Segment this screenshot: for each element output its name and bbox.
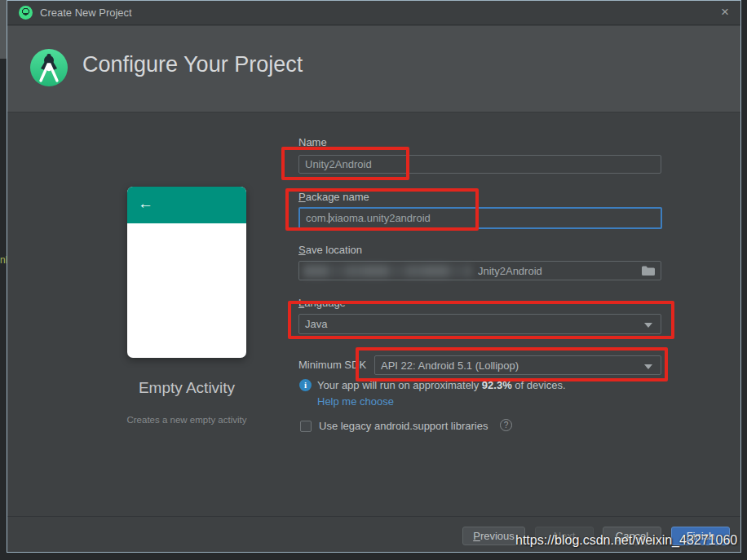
- dialog-title: Create New Project: [40, 7, 132, 19]
- dialog-titlebar: Create New Project ×: [7, 1, 740, 25]
- help-question-icon[interactable]: ?: [500, 419, 512, 431]
- background-code-fragment: nl: [0, 254, 7, 266]
- annotation-box-package: [285, 188, 479, 231]
- legacy-support-label: Use legacy android.support libraries: [319, 420, 488, 432]
- android-studio-logo-icon: [28, 46, 70, 89]
- save-location-input[interactable]: Jnity2Android: [298, 261, 661, 280]
- template-name: Empty Activity: [97, 379, 276, 397]
- legacy-support-checkbox[interactable]: [300, 421, 312, 432]
- create-new-project-dialog: Create New Project × Configure Your Proj…: [7, 0, 741, 553]
- background-ide-fragment: [0, 0, 7, 59]
- wizard-header: Configure Your Project: [7, 26, 740, 112]
- activity-preview-appbar: ←: [127, 187, 246, 223]
- folder-browse-icon[interactable]: [642, 266, 655, 276]
- info-icon: i: [299, 379, 312, 391]
- annotation-box-minsdk: [356, 347, 668, 381]
- back-arrow-icon: ←: [138, 195, 153, 213]
- android-icon: [19, 6, 33, 20]
- save-location-visible-text: Jnity2Android: [478, 265, 542, 277]
- annotation-box-name: [281, 147, 409, 180]
- template-description: Creates a new empty activity: [97, 415, 276, 425]
- activity-preview-card: ←: [127, 187, 246, 358]
- save-location-label: Save location: [298, 244, 362, 256]
- page-title: Configure Your Project: [82, 52, 303, 77]
- redacted-path-blur: [303, 265, 471, 277]
- close-icon[interactable]: ×: [721, 4, 729, 20]
- footer-divider: [7, 516, 740, 517]
- screen: nl Create New Project × Configure: [0, 0, 747, 560]
- help-me-choose-link[interactable]: Help me choose: [317, 395, 394, 408]
- csdn-watermark: https://blog.csdn.net/weixin_43271060: [515, 533, 737, 548]
- annotation-box-language: [288, 301, 674, 339]
